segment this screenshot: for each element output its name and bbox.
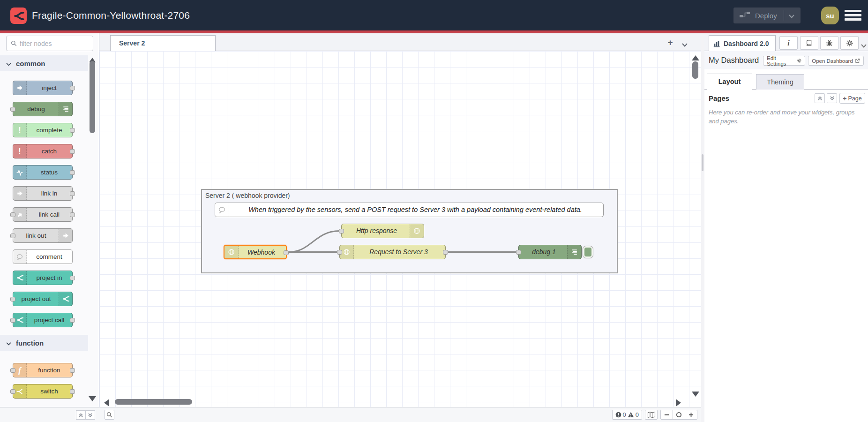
palette-node-link-in[interactable]: link in	[13, 186, 73, 201]
output-port[interactable]	[70, 149, 75, 154]
flow-list-caret-icon[interactable]	[682, 40, 688, 49]
palette-node-switch[interactable]: switch	[13, 384, 73, 399]
edit-settings-button[interactable]: Edit Settings	[763, 56, 805, 66]
output-port[interactable]	[443, 250, 448, 255]
palette-node-complete[interactable]: ! complete	[13, 123, 73, 137]
book-icon	[806, 39, 813, 46]
input-port[interactable]	[339, 229, 344, 234]
zoom-reset-button[interactable]	[673, 410, 685, 420]
flow-tab-server2[interactable]: Server 2	[110, 35, 216, 52]
debug-enable-toggle[interactable]	[583, 246, 593, 258]
node-request-to-server3[interactable]: Request to Server 3	[339, 245, 446, 259]
output-port[interactable]	[70, 170, 75, 175]
search-flows-button[interactable]	[105, 410, 114, 420]
speech-bubble-icon	[13, 250, 27, 264]
double-chevron-down-icon	[830, 96, 835, 101]
input-port[interactable]	[10, 368, 15, 373]
flowfuse-icon	[59, 292, 72, 306]
node-palette: common inject	[0, 33, 99, 422]
main-menu-icon[interactable]	[845, 10, 861, 23]
palette-filter[interactable]	[6, 36, 93, 51]
move-page-up-button[interactable]	[815, 93, 825, 103]
flow-tab-bar: Server 2 +	[99, 33, 701, 51]
wire-webhook-to-http-response	[289, 231, 339, 252]
search-icon	[106, 412, 112, 418]
debug-list-icon	[59, 102, 72, 116]
palette-filter-input[interactable]	[20, 40, 85, 47]
palette-node-status[interactable]: status	[13, 165, 73, 180]
output-port[interactable]	[70, 212, 75, 217]
palette-node-project-out[interactable]: project out	[13, 292, 73, 306]
palette-node-project-in[interactable]: project in	[13, 271, 73, 285]
speech-bubble-icon	[215, 203, 229, 217]
globe-icon	[224, 246, 239, 258]
palette-scrollbar-down-icon[interactable]	[89, 396, 96, 401]
palette-node-catch[interactable]: ! catch	[13, 144, 73, 158]
add-flow-button[interactable]: +	[664, 37, 676, 49]
move-page-down-button[interactable]	[827, 93, 837, 103]
section-divider	[708, 132, 864, 132]
sidebar-splitter[interactable]	[701, 33, 704, 422]
tab-debug-button[interactable]	[820, 36, 838, 50]
output-port[interactable]	[70, 368, 75, 373]
inject-arrow-icon	[13, 81, 27, 95]
palette-category-function[interactable]: function	[0, 335, 88, 351]
minus-icon	[664, 412, 669, 417]
output-port[interactable]	[284, 250, 289, 255]
user-avatar[interactable]: su	[821, 7, 839, 24]
input-port[interactable]	[10, 107, 15, 112]
tab-info-button[interactable]: i	[779, 36, 798, 50]
expand-all-categories-button[interactable]	[85, 410, 95, 420]
flow-canvas[interactable]: Server 2 ( webhook provider) When trigge…	[99, 51, 701, 407]
output-port[interactable]	[70, 276, 75, 280]
palette-node-debug[interactable]: debug	[13, 102, 73, 116]
sidebar-tabs-caret-icon[interactable]	[861, 41, 867, 50]
pages-help-text: Here you can re-order and move your widg…	[709, 108, 864, 126]
palette-node-link-out[interactable]: link out	[13, 228, 73, 243]
link-arrow-icon	[13, 187, 27, 200]
tab-theming[interactable]: Theming	[756, 74, 804, 90]
zoom-out-button[interactable]	[660, 410, 673, 420]
input-port[interactable]	[516, 250, 521, 255]
palette-category-common[interactable]: common	[0, 55, 88, 71]
tab-dashboard-2[interactable]: Dashboard 2.0	[709, 35, 776, 52]
navigator-button[interactable]	[645, 410, 658, 420]
palette-node-inject[interactable]: inject	[13, 81, 73, 95]
comment-node[interactable]: When triggered by the sensors, send a PO…	[215, 203, 604, 217]
input-port[interactable]	[10, 297, 15, 301]
node-webhook[interactable]: Webhook	[224, 245, 287, 259]
right-sidebar: Dashboard 2.0 i	[704, 33, 868, 422]
input-port[interactable]	[337, 250, 342, 255]
zoom-in-button[interactable]	[685, 410, 697, 420]
tab-config-button[interactable]	[840, 36, 859, 50]
output-port[interactable]	[70, 318, 75, 323]
palette-node-comment[interactable]: comment	[13, 249, 73, 264]
input-port[interactable]	[10, 318, 15, 323]
output-port[interactable]	[70, 191, 75, 196]
palette-scrollbar-thumb[interactable]	[90, 61, 95, 133]
splitter-drag-handle[interactable]	[702, 154, 703, 171]
palette-node-project-call[interactable]: project call	[13, 313, 73, 327]
input-port[interactable]	[10, 234, 15, 238]
output-port[interactable]	[70, 389, 75, 394]
notification-counts[interactable]: 0 0	[612, 410, 642, 420]
output-port[interactable]	[70, 128, 75, 133]
input-port[interactable]	[10, 212, 15, 217]
bug-icon	[826, 39, 833, 47]
sidebar-tab-bar: Dashboard 2.0 i	[704, 33, 868, 51]
open-dashboard-button[interactable]: Open Dashboard	[808, 56, 864, 66]
plus-icon	[688, 412, 694, 417]
deploy-caret-icon[interactable]	[789, 12, 794, 20]
node-http-response[interactable]: Http response	[341, 224, 424, 238]
tab-layout[interactable]: Layout	[707, 74, 752, 90]
palette-node-link-call[interactable]: link call	[13, 207, 73, 222]
add-page-button[interactable]: + Page	[839, 93, 865, 104]
palette-node-function[interactable]: f function	[13, 363, 73, 377]
collapse-all-categories-button[interactable]	[76, 410, 86, 420]
deploy-button[interactable]: Deploy	[733, 8, 801, 23]
output-port[interactable]	[70, 86, 75, 90]
input-port[interactable]	[10, 389, 15, 394]
chevron-down-icon	[6, 60, 11, 68]
tab-help-button[interactable]	[800, 36, 818, 50]
node-debug-1[interactable]: debug 1	[518, 245, 582, 259]
